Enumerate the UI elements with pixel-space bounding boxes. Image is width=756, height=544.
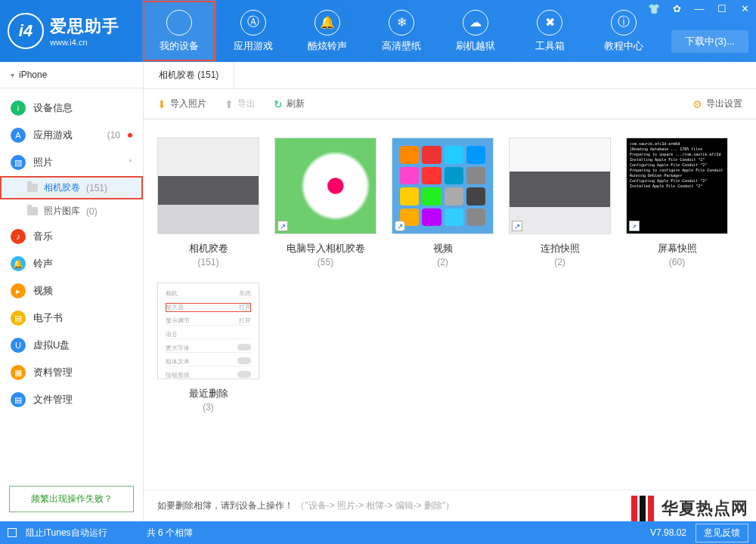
gear-icon: ⚙ bbox=[692, 98, 702, 110]
album-thumb: 相机关闭放大器打开显示调节打开语音更大字体粗体文本按钮形状降低透明度 bbox=[157, 283, 259, 379]
export-settings-button[interactable]: ⚙ 导出设置 bbox=[692, 97, 742, 110]
notification-dot-icon bbox=[128, 133, 132, 138]
delete-hint: 如要删除相簿，请到设备上操作！ （"设备-> 照片-> 相簿-> 编辑-> 删除… bbox=[144, 490, 756, 521]
album-2[interactable]: ↗ 视频 (2) bbox=[392, 138, 494, 267]
itunes-label: 阻止iTunes自动运行 bbox=[26, 527, 107, 539]
videos-icon: ▸ bbox=[11, 283, 26, 298]
files-icon: ▤ bbox=[11, 392, 26, 407]
photos-icon: ▧ bbox=[11, 155, 26, 170]
sidebar-item-udisk[interactable]: U 虚拟U盘 bbox=[0, 332, 143, 359]
sidebar-item-videos[interactable]: ▸ 视频 bbox=[0, 277, 143, 304]
import-icon: ⬇ bbox=[157, 98, 166, 110]
device-info-icon: i bbox=[11, 100, 26, 116]
app-subtitle: www.i4.cn bbox=[50, 38, 119, 47]
sidebar-item-files[interactable]: ▤ 文件管理 bbox=[0, 386, 143, 413]
version-label: V7.98.02 bbox=[650, 527, 686, 538]
feedback-button[interactable]: 意见反馈 bbox=[696, 524, 748, 542]
app-header: i4 爱思助手 www.i4.cn 我的设备Ⓐ应用游戏🔔酷炫铃声❄高清壁纸☁刷机… bbox=[0, 0, 756, 62]
content-tab-bar: 相机胶卷 (151) bbox=[144, 62, 756, 89]
sidebar-subitem-camera-roll[interactable]: 相机胶卷 (151) bbox=[0, 176, 143, 199]
import-button[interactable]: ⬇ 导入照片 bbox=[157, 97, 206, 110]
nav-icon-6: ⓘ bbox=[611, 10, 637, 36]
nav-icon-1: Ⓐ bbox=[240, 10, 266, 36]
udisk-icon: U bbox=[11, 338, 26, 353]
nav-tab-0[interactable]: 我的设备 bbox=[142, 0, 216, 62]
download-button[interactable]: 下载中(3)... bbox=[671, 30, 748, 53]
album-thumb bbox=[157, 138, 259, 234]
album-thumb: ↗ bbox=[509, 138, 611, 234]
sidebar-subitem-photo-library[interactable]: 照片图库 (0) bbox=[0, 199, 143, 223]
album-4[interactable]: com.saurik.afc2d-arm64 [Reading database… bbox=[626, 138, 728, 267]
sidebar-item-apps[interactable]: A 应用游戏(10 bbox=[0, 122, 143, 149]
shortcut-icon: ↗ bbox=[277, 221, 288, 231]
apps-icon: A bbox=[11, 128, 26, 143]
export-button: ⬆ 导出 bbox=[225, 97, 256, 110]
nav-tab-3[interactable]: ❄高清壁纸 bbox=[364, 0, 438, 62]
nav-tab-1[interactable]: Ⓐ应用游戏 bbox=[216, 0, 290, 62]
titlebar-controls: 👕 ✿ — ☐ ✕ bbox=[643, 0, 756, 17]
app-title: 爱思助手 bbox=[50, 15, 119, 38]
shortcut-icon: ↗ bbox=[629, 221, 640, 231]
nav-tab-5[interactable]: ✖工具箱 bbox=[513, 0, 587, 62]
close-icon[interactable]: ✕ bbox=[733, 0, 756, 17]
maximize-icon[interactable]: ☐ bbox=[711, 0, 733, 17]
album-thumb: ↗ bbox=[392, 138, 494, 234]
shortcut-icon: ↗ bbox=[395, 221, 405, 231]
minimize-icon[interactable]: — bbox=[688, 0, 711, 17]
app-logo: i4 爱思助手 www.i4.cn bbox=[8, 13, 119, 49]
sidebar-item-ebooks[interactable]: ▤ 电子书 bbox=[0, 304, 143, 332]
album-1[interactable]: ↗ 电脑导入相机胶卷 (55) bbox=[274, 138, 376, 267]
itunes-checkbox[interactable] bbox=[8, 528, 17, 537]
tshirt-icon[interactable]: 👕 bbox=[643, 0, 665, 17]
album-summary: 共 6 个相簿 bbox=[116, 527, 641, 539]
help-link[interactable]: 频繁出现操作失败？ bbox=[9, 486, 134, 512]
nav-icon-4: ☁ bbox=[463, 10, 488, 36]
refresh-icon: ↻ bbox=[274, 98, 283, 110]
content-tab-camera-roll[interactable]: 相机胶卷 (151) bbox=[144, 62, 234, 88]
device-dropdown[interactable]: ▾ iPhone bbox=[0, 62, 143, 88]
refresh-button[interactable]: ↻ 刷新 bbox=[274, 97, 305, 110]
folder-icon bbox=[27, 184, 38, 192]
export-icon: ⬆ bbox=[225, 98, 234, 110]
album-0[interactable]: 相机胶卷 (151) bbox=[157, 138, 259, 267]
nav-icon-3: ❄ bbox=[389, 10, 414, 36]
album-thumb: com.saurik.afc2d-arm64 [Reading database… bbox=[626, 138, 728, 234]
sidebar-item-data[interactable]: ▦ 资料管理 bbox=[0, 359, 143, 386]
sidebar-item-ringtones[interactable]: 🔔 铃声 bbox=[0, 250, 143, 277]
folder-icon bbox=[27, 207, 38, 215]
sidebar-item-photos[interactable]: ▧ 照片˄ bbox=[0, 149, 143, 176]
album-3[interactable]: ↗ 连拍快照 (2) bbox=[509, 138, 611, 267]
shortcut-icon: ↗ bbox=[512, 221, 522, 231]
ringtones-icon: 🔔 bbox=[11, 256, 26, 271]
ebooks-icon: ▤ bbox=[11, 311, 26, 326]
status-bar: 阻止iTunes自动运行 共 6 个相簿 V7.98.02 意见反馈 bbox=[0, 521, 756, 544]
nav-tab-4[interactable]: ☁刷机越狱 bbox=[438, 0, 513, 62]
nav-tab-2[interactable]: 🔔酷炫铃声 bbox=[290, 0, 364, 62]
device-name: iPhone bbox=[19, 70, 47, 80]
nav-icon-0 bbox=[166, 10, 192, 36]
nav-icon-5: ✖ bbox=[537, 10, 562, 36]
content-area: 相机胶卷 (151) ⬇ 导入照片 ⬆ 导出 ↻ 刷新 ⚙ 导出设置 相机胶卷 … bbox=[144, 62, 756, 521]
caret-down-icon: ▾ bbox=[11, 71, 14, 79]
sidebar: ▾ iPhone i 设备信息A 应用游戏(10▧ 照片˄相机胶卷 (151)照… bbox=[0, 62, 144, 521]
chevron-up-icon: ˄ bbox=[129, 159, 132, 167]
album-5[interactable]: 相机关闭放大器打开显示调节打开语音更大字体粗体文本按钮形状降低透明度 最近删除 … bbox=[157, 283, 259, 413]
toolbar: ⬇ 导入照片 ⬆ 导出 ↻ 刷新 ⚙ 导出设置 bbox=[144, 89, 756, 119]
sidebar-item-music[interactable]: ♪ 音乐 bbox=[0, 223, 143, 250]
logo-badge-icon: i4 bbox=[8, 13, 44, 49]
nav-icon-2: 🔔 bbox=[314, 10, 340, 36]
data-icon: ▦ bbox=[11, 365, 26, 380]
sidebar-item-device-info[interactable]: i 设备信息 bbox=[0, 94, 143, 122]
settings-icon[interactable]: ✿ bbox=[665, 0, 688, 17]
album-thumb: ↗ bbox=[274, 138, 376, 234]
music-icon: ♪ bbox=[11, 229, 26, 244]
